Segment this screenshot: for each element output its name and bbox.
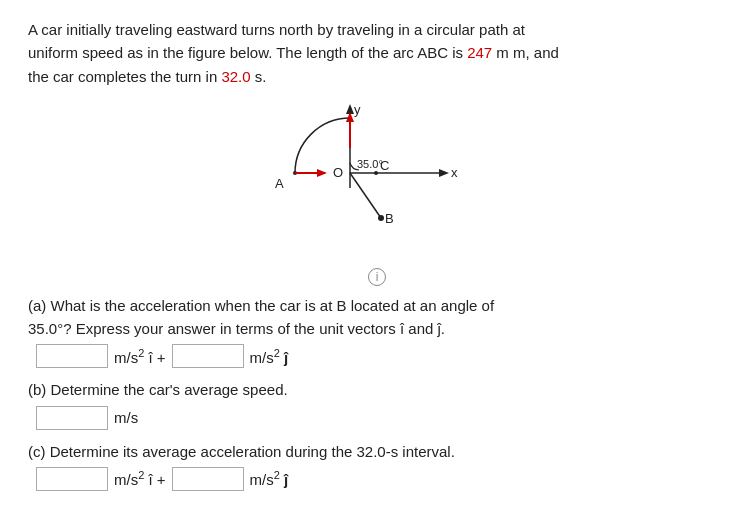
time-unit: s. — [251, 68, 267, 85]
part-a-answer-row: m/s2 î + m/s2 ĵ — [36, 344, 722, 368]
part-a-q2: 35.0°? Express your answer in terms of t… — [28, 320, 445, 337]
x-axis-label: x — [451, 165, 458, 180]
svg-point-6 — [378, 215, 384, 221]
part-a-input2[interactable] — [173, 345, 243, 367]
part-a-q1: (a) What is the acceleration when the ca… — [28, 297, 494, 314]
part-a-input1-box — [36, 344, 108, 368]
part-b-question: (b) Determine the car's average speed. — [28, 378, 722, 401]
part-c-input1[interactable] — [37, 468, 107, 490]
figure-area: y x O 35.0° C B — [28, 98, 722, 258]
part-c-input1-box — [36, 467, 108, 491]
part-a-unit1: m/s2 î + — [114, 347, 166, 366]
part-c-question: (c) Determine its average acceleration d… — [28, 440, 722, 463]
origin-label: O — [333, 165, 343, 180]
problem-line2: uniform speed as in the figure below. Th… — [28, 44, 417, 61]
part-c-input2[interactable] — [173, 468, 243, 490]
diagram: y x O 35.0° C B — [260, 98, 490, 258]
svg-marker-3 — [439, 169, 449, 177]
part-a: (a) What is the acceleration when the ca… — [28, 294, 722, 369]
part-b-input[interactable] — [37, 407, 107, 429]
point-a-label: A — [275, 176, 284, 191]
part-c-unit1: m/s2 î + — [114, 469, 166, 488]
point-b-label: B — [385, 211, 394, 226]
arc-label: ABC — [417, 44, 448, 61]
part-b-input-box — [36, 406, 108, 430]
time-value: 32.0 — [221, 68, 250, 85]
part-c-q: (c) Determine its average acceleration d… — [28, 443, 455, 460]
part-c-answer-row: m/s2 î + m/s2 ĵ — [36, 467, 722, 491]
part-a-question: (a) What is the acceleration when the ca… — [28, 294, 722, 341]
arc-suffix: m, and — [509, 44, 559, 61]
arc-value: 247 — [467, 44, 492, 61]
part-b: (b) Determine the car's average speed. m… — [28, 378, 722, 429]
part-c-unit2: m/s2 ĵ — [250, 469, 289, 488]
part-b-q: (b) Determine the car's average speed. — [28, 381, 288, 398]
y-axis-label: y — [354, 102, 361, 117]
svg-point-4 — [374, 171, 378, 175]
problem-line3: the car completes the turn in — [28, 68, 221, 85]
part-a-unit2: m/s2 ĵ — [250, 347, 289, 366]
part-c-input2-box — [172, 467, 244, 491]
part-a-input1[interactable] — [37, 345, 107, 367]
part-b-unit: m/s — [114, 409, 138, 426]
part-b-answer-row: m/s — [36, 406, 722, 430]
svg-marker-9 — [317, 169, 327, 177]
angle-label: 35.0° — [357, 158, 383, 170]
part-a-input2-box — [172, 344, 244, 368]
problem-line1: A car initially traveling eastward turns… — [28, 21, 525, 38]
problem-statement: A car initially traveling eastward turns… — [28, 18, 722, 88]
svg-line-5 — [350, 173, 381, 218]
info-icon[interactable]: i — [368, 268, 386, 286]
part-c: (c) Determine its average acceleration d… — [28, 440, 722, 491]
point-c-label: C — [380, 158, 389, 173]
page: A car initially traveling eastward turns… — [0, 0, 750, 512]
